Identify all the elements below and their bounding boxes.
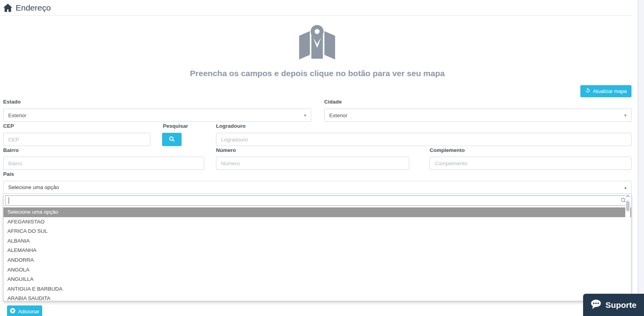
chevron-down-icon: ▾ <box>304 113 306 118</box>
chat-bubble-icon <box>590 299 601 311</box>
pais-dropdown-panel: Selecione uma opçãoAFEGANISTAOAFRICA DO … <box>3 194 632 301</box>
page-right-scroll-gutter[interactable] <box>638 0 644 316</box>
logradouro-input[interactable] <box>216 133 632 146</box>
scroll-up-icon[interactable] <box>626 195 630 199</box>
estado-selected-value: Exterior <box>8 112 27 118</box>
country-option[interactable]: ALBANIA <box>4 236 631 246</box>
logradouro-label: Logradouro <box>216 123 246 129</box>
map-placeholder-message: Preencha os campos e depois clique no bo… <box>3 69 632 78</box>
pais-selected-value: Selecione uma opção <box>8 184 59 190</box>
estado-label: Estado <box>3 99 21 105</box>
plus-circle-icon <box>10 308 16 315</box>
text-caret <box>9 197 9 204</box>
country-option[interactable]: AFEGANISTAO <box>4 217 631 227</box>
cidade-selected-value: Exterior <box>329 112 348 118</box>
numero-label: Número <box>216 147 236 153</box>
map-placeholder-icon <box>296 24 338 62</box>
add-button[interactable]: Adicionar <box>7 305 42 316</box>
complemento-label: Complemento <box>430 147 465 153</box>
update-map-button[interactable]: Atualizar mapa <box>580 85 632 97</box>
search-icon <box>169 136 175 143</box>
country-option[interactable]: ANDORRA <box>4 255 631 265</box>
page-title-text: Endereço <box>16 3 51 12</box>
pais-options-list: Selecione uma opçãoAFEGANISTAOAFRICA DO … <box>4 207 631 302</box>
pais-dropdown-search-input[interactable] <box>5 195 630 206</box>
chevron-down-icon: ▾ <box>624 113 626 118</box>
country-option[interactable]: ANGUILLA <box>4 275 631 284</box>
pais-dropdown-search-wrap <box>5 195 630 206</box>
address-page: Endereço Preencha os campos e depois cli… <box>0 0 644 316</box>
country-option[interactable]: Selecione uma opção <box>4 207 631 217</box>
complemento-input[interactable] <box>430 157 632 170</box>
country-option[interactable]: ANGOLA <box>4 265 631 275</box>
numero-input[interactable] <box>216 157 409 170</box>
estado-select[interactable]: Exterior ▾ <box>3 109 311 122</box>
header-divider <box>0 15 632 16</box>
bairro-label: Bairro <box>3 147 19 153</box>
pais-select[interactable]: Selecione uma opção ▴ <box>3 181 632 194</box>
country-option[interactable]: ALEMANHA <box>4 246 631 255</box>
country-option[interactable]: AFRICA DO SUL <box>4 227 631 236</box>
chevron-up-icon: ▴ <box>624 185 626 189</box>
scrollbar-thumb[interactable] <box>626 201 630 211</box>
dropdown-scrollbar[interactable] <box>625 194 630 289</box>
page-title: Endereço <box>3 3 51 12</box>
support-button[interactable]: Suporte <box>583 294 644 316</box>
pais-label: País <box>3 171 14 177</box>
home-icon <box>3 4 12 12</box>
cep-label: CEP <box>3 123 14 129</box>
cidade-label: Cidade <box>324 99 342 105</box>
refresh-icon <box>585 88 590 95</box>
country-option[interactable]: ARABIA SAUDITA <box>4 294 631 302</box>
country-option[interactable]: ANTIGUA E BARBUDA <box>4 284 631 294</box>
bairro-input[interactable] <box>3 157 204 170</box>
search-cep-button[interactable] <box>162 133 182 146</box>
cidade-select[interactable]: Exterior ▾ <box>324 109 632 122</box>
cep-input[interactable] <box>3 133 150 146</box>
pesquisar-label: Pesquisar <box>163 123 188 129</box>
